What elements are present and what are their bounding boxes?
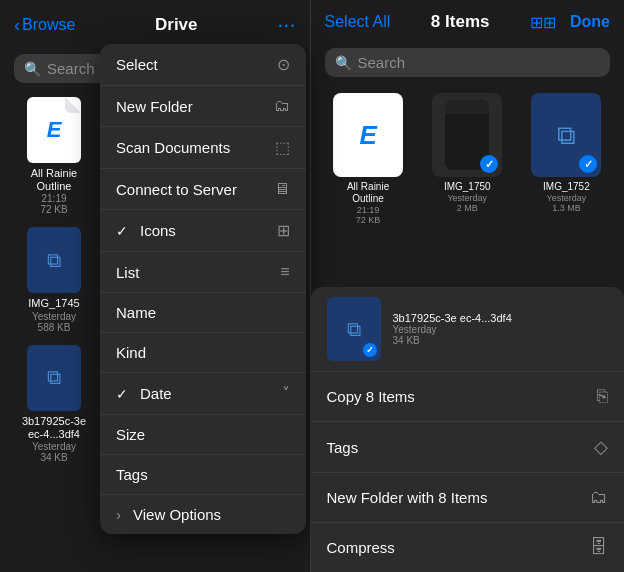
selected-check-icon: ✓ [363, 343, 377, 357]
scan-icon: ⬚ [275, 138, 290, 157]
name-label: Name [116, 304, 156, 321]
scan-label: Scan Documents [116, 139, 230, 156]
tags-icon: ◇ [594, 436, 608, 458]
items-count: 8 Items [431, 12, 490, 32]
menu-item-name[interactable]: Name [100, 293, 306, 333]
file-date: Yesterday [32, 441, 76, 452]
context-compress-button[interactable]: Compress 🗄 [311, 523, 625, 572]
new-folder-label: New Folder with 8 Items [327, 489, 488, 506]
search-icon: 🔍 [24, 61, 41, 77]
file-size: 72 KB [40, 204, 67, 215]
file-size: 72 KB [356, 215, 381, 225]
file-icon-blue: ⧉ [27, 345, 81, 411]
right-header-icons: ⊞⊞ Done [530, 13, 610, 32]
context-menu: ⧉ ✓ 3b17925c-3e ec-4...3df4 Yesterday 34… [311, 287, 625, 572]
file-name: All RainieOutline [31, 167, 77, 193]
select-label: Select [116, 56, 158, 73]
grid-view-icon[interactable]: ⊞⊞ [530, 13, 556, 32]
context-file-preview: ⧉ ✓ [327, 297, 381, 361]
file-icon: E [333, 93, 403, 177]
menu-item-date[interactable]: ✓ Date ˅ [100, 373, 306, 415]
list-icon: ≡ [280, 263, 289, 281]
file-date: 21:19 [357, 205, 380, 215]
right-panel: Select All 8 Items ⊞⊞ Done 🔍 Search E Al… [311, 0, 625, 572]
connect-server-icon: 🖥 [274, 180, 290, 198]
context-file-size: 34 KB [393, 335, 512, 346]
tags-label: Tags [327, 439, 359, 456]
menu-item-select[interactable]: Select ⊙ [100, 44, 306, 86]
menu-item-connect-server[interactable]: Connect to Server 🖥 [100, 169, 306, 210]
file-icon: ⧉ ✓ [531, 93, 601, 177]
compress-icon: 🗄 [590, 537, 608, 558]
left-panel: ‹ Browse Drive ··· 🔍 Search E All Rainie… [0, 0, 310, 572]
menu-item-list[interactable]: List ≡ [100, 252, 306, 293]
select-icon: ⊙ [277, 55, 290, 74]
right-search-placeholder: Search [358, 54, 406, 71]
file-name: IMG_1745 [28, 297, 79, 310]
file-name: 3b17925c-3eec-4...3df4 [22, 415, 86, 441]
more-button[interactable]: ··· [277, 12, 295, 38]
connect-server-label: Connect to Server [116, 181, 237, 198]
file-size: 34 KB [40, 452, 67, 463]
back-label: Browse [22, 16, 75, 34]
context-tags-button[interactable]: Tags ◇ [311, 422, 625, 473]
list-item[interactable]: ⧉ 3b17925c-3eec-4...3df4 Yesterday 34 KB [14, 345, 94, 463]
drive-title: Drive [75, 15, 277, 35]
search-icon: 🔍 [335, 55, 352, 71]
menu-item-size[interactable]: Size [100, 415, 306, 455]
right-header: Select All 8 Items ⊞⊞ Done [311, 0, 625, 44]
date-label: Date [140, 385, 172, 402]
file-name: IMG_1750 [444, 181, 491, 193]
file-date: Yesterday [547, 193, 587, 203]
date-chevron-icon: ˅ [282, 384, 290, 403]
file-icon: ✓ [432, 93, 502, 177]
file-name: IMG_1752 [543, 181, 590, 193]
compress-label: Compress [327, 539, 395, 556]
menu-item-view-options[interactable]: › View Options [100, 495, 306, 534]
menu-item-scan[interactable]: Scan Documents ⬚ [100, 127, 306, 169]
tags-label: Tags [116, 466, 148, 483]
list-label: List [116, 264, 139, 281]
file-date: Yesterday [32, 311, 76, 322]
size-label: Size [116, 426, 145, 443]
menu-item-new-folder[interactable]: New Folder 🗂 [100, 86, 306, 127]
new-folder-label: New Folder [116, 98, 193, 115]
view-options-label: View Options [133, 506, 221, 523]
selected-check-icon: ✓ [480, 155, 498, 173]
file-date: 21:19 [41, 193, 66, 204]
copy-items-label: Copy 8 Items [327, 388, 415, 405]
done-button[interactable]: Done [570, 13, 610, 31]
back-chevron-icon: ‹ [14, 15, 20, 36]
file-icon-white: E [27, 97, 81, 163]
context-file-date: Yesterday [393, 324, 512, 335]
menu-item-tags[interactable]: Tags [100, 455, 306, 495]
icons-label: Icons [140, 222, 176, 239]
list-item[interactable]: E All RainieOutline 21:19 72 KB [14, 97, 94, 215]
file-date: Yesterday [447, 193, 487, 203]
context-copy-button[interactable]: Copy 8 Items ⎘ [311, 372, 625, 422]
left-header: ‹ Browse Drive ··· [0, 0, 310, 50]
file-size: 1.3 MB [552, 203, 581, 213]
new-folder-icon: 🗂 [590, 487, 608, 508]
left-search-placeholder: Search [47, 60, 95, 77]
file-size: 2 MB [457, 203, 478, 213]
select-all-button[interactable]: Select All [325, 13, 391, 31]
new-folder-icon: 🗂 [274, 97, 290, 115]
menu-item-kind[interactable]: Kind [100, 333, 306, 373]
list-item[interactable]: ⧉ IMG_1745 Yesterday 588 KB [14, 227, 94, 332]
selected-check-icon: ✓ [579, 155, 597, 173]
dropdown-menu: Select ⊙ New Folder 🗂 Scan Documents ⬚ C… [100, 44, 306, 534]
icons-grid-icon: ⊞ [277, 221, 290, 240]
menu-item-icons[interactable]: ✓ Icons ⊞ [100, 210, 306, 252]
file-name: All RainieOutline [347, 181, 389, 205]
copy-icon: ⎘ [597, 386, 608, 407]
file-size: 588 KB [38, 322, 71, 333]
right-search-bar[interactable]: 🔍 Search [325, 48, 611, 77]
back-button[interactable]: ‹ Browse [14, 15, 75, 36]
kind-label: Kind [116, 344, 146, 361]
context-file-name: 3b17925c-3e ec-4...3df4 [393, 312, 512, 324]
context-new-folder-button[interactable]: New Folder with 8 Items 🗂 [311, 473, 625, 523]
file-icon-blue: ⧉ [27, 227, 81, 293]
